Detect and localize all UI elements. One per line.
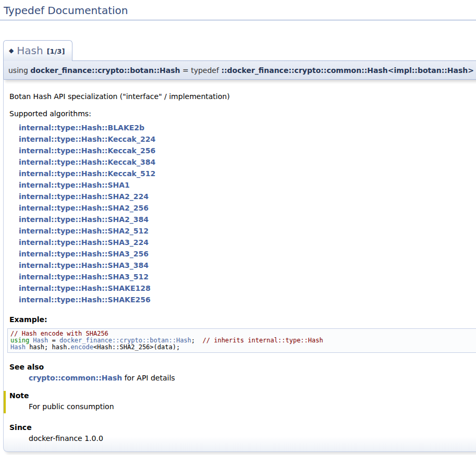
algorithm-link[interactable]: internal::type::Hash::BLAKE2b (19, 122, 476, 133)
code-token: = (48, 337, 59, 344)
member-tab-overload: [1/3] (47, 47, 65, 55)
typedef-name-link[interactable]: docker_finance::crypto::botan::Hash (30, 66, 180, 75)
code-line: Hash hash; hash.encode<Hash::SHA2_256>(d… (10, 344, 476, 351)
code-token: hash; hash. (26, 343, 71, 351)
note-text: For public consumption (29, 402, 476, 411)
algorithm-link[interactable]: internal::type::Hash::Keccak_384 (19, 156, 476, 168)
example-label: Example: (9, 315, 476, 324)
see-also-section: See also crypto::common::Hash for API de… (9, 363, 476, 382)
supported-algorithms-label: Supported algorithms: (9, 109, 476, 118)
algorithm-link[interactable]: internal::type::Hash::Keccak_512 (19, 168, 476, 179)
using-keyword: using (8, 66, 28, 75)
algorithm-link[interactable]: internal::type::Hash::SHA1 (19, 179, 476, 191)
algorithm-link[interactable]: internal::type::Hash::Keccak_256 (19, 145, 476, 156)
code-token: // inherits internal::type::Hash (203, 337, 323, 344)
code-token: // Hash encode with SHA256 (10, 330, 108, 337)
code-token: <Hash::SHA2_256>(data); (93, 343, 180, 351)
since-section: Since docker-finance 1.0.0 (9, 423, 476, 442)
typedef-type-link[interactable]: ::docker_finance::crypto::common::Hash<i… (221, 66, 474, 75)
code-example: // Hash encode with SHA256using Hash = d… (7, 328, 476, 353)
typedef-declaration: using docker_finance::crypto::botan::Has… (3, 60, 476, 80)
member-item: using docker_finance::crypto::botan::Has… (3, 60, 476, 452)
algorithm-link[interactable]: internal::type::Hash::Keccak_224 (19, 133, 476, 145)
code-token: using (10, 337, 33, 344)
see-also-link[interactable]: crypto::common::Hash (29, 374, 122, 382)
algorithm-link[interactable]: internal::type::Hash::SHA2_256 (19, 202, 476, 214)
code-symbol-link[interactable]: Hash (33, 337, 48, 344)
note-label: Note (9, 391, 476, 400)
algorithm-link[interactable]: internal::type::Hash::SHA3_256 (19, 248, 476, 260)
page-title: Typedef Documentation (0, 0, 476, 20)
algorithm-link[interactable]: internal::type::Hash::SHA2_384 (19, 214, 476, 225)
member-documentation: Botan Hash API specialization ("interfac… (3, 80, 476, 452)
see-also-label: See also (9, 363, 476, 371)
note-section: Note For public consumption (4, 391, 476, 413)
code-symbol-link[interactable]: Hash (10, 343, 26, 351)
member-tab-title: Hash (17, 44, 43, 57)
algorithm-link[interactable]: internal::type::Hash::SHAKE128 (19, 282, 476, 294)
brief-description: Botan Hash API specialization ("interfac… (9, 92, 476, 101)
algorithm-link[interactable]: internal::type::Hash::SHA3_224 (19, 237, 476, 248)
since-text: docker-finance 1.0.0 (29, 434, 476, 442)
algorithm-link[interactable]: internal::type::Hash::SHA2_512 (19, 225, 476, 237)
see-also-suffix: for API details (122, 374, 175, 382)
permalink-diamond-icon[interactable]: ◆ (9, 47, 14, 54)
algorithm-list: internal::type::Hash::BLAKE2binternal::t… (19, 122, 476, 305)
example-section: Example: (9, 315, 476, 324)
algorithm-link[interactable]: internal::type::Hash::SHAKE256 (19, 294, 476, 305)
member-block: ◆Hash[1/3] using docker_finance::crypto:… (3, 40, 476, 452)
code-token: ; (191, 337, 203, 344)
algorithm-link[interactable]: internal::type::Hash::SHA3_384 (19, 260, 476, 271)
see-also-content: crypto::common::Hash for API details (29, 374, 476, 382)
typedef-equals-keyword: = typedef (182, 66, 219, 75)
algorithm-link[interactable]: internal::type::Hash::SHA3_512 (19, 271, 476, 282)
algorithm-link[interactable]: internal::type::Hash::SHA2_224 (19, 191, 476, 202)
since-label: Since (9, 423, 476, 432)
code-symbol-link[interactable]: encode (71, 343, 93, 351)
code-symbol-link[interactable]: docker_finance::crypto::botan::Hash (59, 337, 191, 344)
member-tab: ◆Hash[1/3] (3, 40, 72, 61)
